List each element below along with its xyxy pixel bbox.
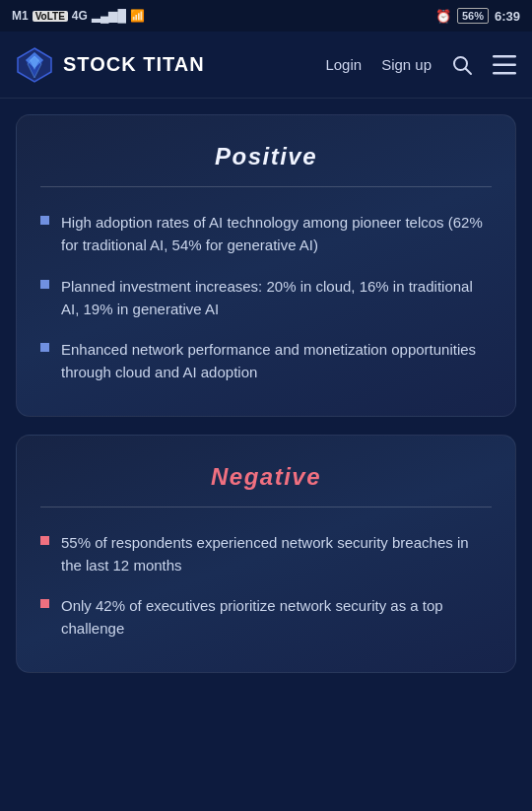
positive-item-3: Enhanced network performance and monetiz… <box>61 338 492 384</box>
wifi-icon: 📶 <box>130 9 145 23</box>
menu-icon[interactable] <box>493 55 516 75</box>
negative-title: Negative <box>40 463 492 491</box>
list-item: 55% of respondents experienced network s… <box>40 531 492 577</box>
main-content: Positive High adoption rates of AI techn… <box>0 99 532 730</box>
signup-link[interactable]: Sign up <box>381 56 432 73</box>
alarm-icon: ⏰ <box>435 9 451 24</box>
status-carrier: M1 VoLTE 4G ▂▄▆█ 📶 <box>12 9 145 23</box>
signal-icon: ▂▄▆█ <box>92 9 126 23</box>
navbar: STOCK TITAN Login Sign up <box>0 32 532 99</box>
brand: STOCK TITAN <box>16 46 205 84</box>
positive-item-1: High adoption rates of AI technology amo… <box>61 211 492 257</box>
positive-divider <box>40 186 492 187</box>
bullet-icon <box>40 216 49 225</box>
brand-logo-icon <box>16 46 53 84</box>
svg-rect-4 <box>493 63 516 66</box>
status-bar: M1 VoLTE 4G ▂▄▆█ 📶 ⏰ 56% 6:39 <box>0 0 532 32</box>
svg-line-2 <box>466 68 472 74</box>
positive-card: Positive High adoption rates of AI techn… <box>16 114 516 417</box>
brand-title: STOCK TITAN <box>63 53 205 76</box>
bullet-icon <box>40 280 49 289</box>
negative-card: Negative 55% of respondents experienced … <box>16 435 516 673</box>
bullet-icon <box>40 599 49 608</box>
time-display: 6:39 <box>495 9 520 24</box>
search-icon[interactable] <box>451 54 473 76</box>
network-icon: 4G <box>72 9 88 23</box>
bullet-icon <box>40 536 49 545</box>
negative-divider <box>40 507 492 507</box>
positive-list: High adoption rates of AI technology amo… <box>40 211 492 384</box>
login-link[interactable]: Login <box>325 56 362 73</box>
bullet-icon <box>40 343 49 352</box>
list-item: Only 42% of executives prioritize networ… <box>40 594 492 641</box>
positive-item-2: Planned investment increases: 20% in clo… <box>61 275 492 321</box>
list-item: Planned investment increases: 20% in clo… <box>40 275 492 321</box>
navbar-links: Login Sign up <box>325 54 516 76</box>
svg-rect-3 <box>493 55 516 58</box>
list-item: High adoption rates of AI technology amo… <box>40 211 492 257</box>
svg-rect-5 <box>493 72 516 75</box>
negative-list: 55% of respondents experienced network s… <box>40 531 492 641</box>
battery-icon: 56% <box>457 8 489 24</box>
positive-title: Positive <box>40 143 492 170</box>
list-item: Enhanced network performance and monetiz… <box>40 338 492 384</box>
volte-badge: VoLTE <box>33 11 68 22</box>
status-right: ⏰ 56% 6:39 <box>435 8 520 24</box>
negative-item-1: 55% of respondents experienced network s… <box>61 531 492 577</box>
negative-item-2: Only 42% of executives prioritize networ… <box>61 594 492 641</box>
